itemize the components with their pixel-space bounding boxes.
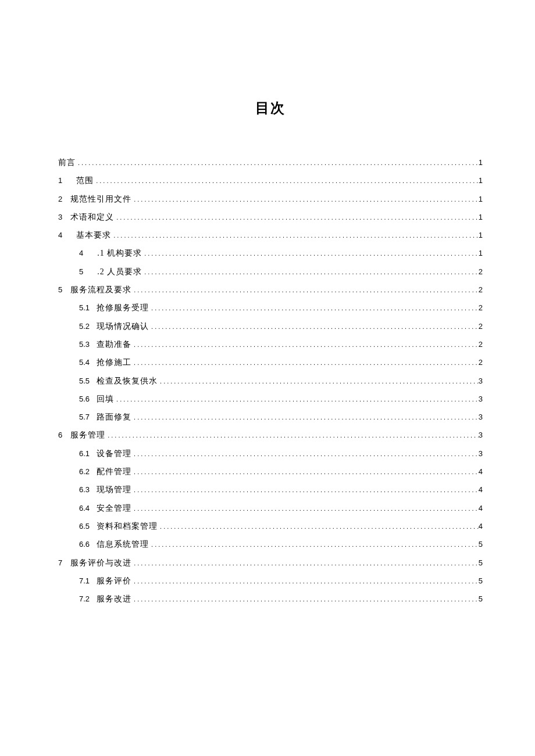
toc-entry-label: .2 人员要求 bbox=[97, 266, 142, 278]
toc-leader-dots bbox=[114, 395, 479, 404]
toc-leader-dots bbox=[149, 540, 479, 550]
toc-entry-number: 5.2 bbox=[79, 321, 90, 332]
toc-leader-dots bbox=[131, 577, 479, 586]
toc-leader-dots bbox=[131, 559, 479, 568]
toc-entry-number: 5.4 bbox=[79, 357, 90, 368]
toc-entry-label: 路面修复 bbox=[97, 411, 131, 423]
toc-entry: 7.1服务评价5 bbox=[58, 575, 483, 587]
toc-entry-label: 检查及恢复供水 bbox=[97, 375, 158, 387]
toc-leader-dots bbox=[131, 504, 479, 514]
toc-entry-number: 6.4 bbox=[79, 503, 90, 514]
toc-entry-number: 6.3 bbox=[79, 485, 90, 496]
toc-entry-label: 现场管理 bbox=[97, 484, 131, 496]
toc-entry-page: 1 bbox=[479, 248, 483, 259]
toc-entry: 4.1 机构要求1 bbox=[58, 248, 483, 259]
toc-entry: 3术语和定义1 bbox=[58, 212, 483, 223]
toc-entry: 6.3现场管理4 bbox=[58, 484, 483, 496]
toc-leader-dots bbox=[111, 231, 479, 241]
toc-entry-number: 1 bbox=[58, 175, 62, 187]
toc-entry: 2规范性引用文件1 bbox=[58, 194, 483, 205]
toc-entry-page: 4 bbox=[479, 521, 483, 532]
toc-entry-page: 2 bbox=[479, 285, 483, 296]
toc-leader-dots bbox=[131, 195, 479, 205]
toc-entry-page: 2 bbox=[479, 357, 483, 368]
toc-entry-label: 安全管理 bbox=[97, 503, 131, 514]
toc-entry-page: 2 bbox=[479, 321, 483, 332]
toc-leader-dots bbox=[94, 177, 479, 186]
toc-entry-label: 配件管理 bbox=[97, 466, 131, 478]
toc-leader-dots bbox=[131, 468, 479, 477]
toc-entry-label: 信息系统管理 bbox=[97, 539, 149, 550]
toc-entry-number: 2 bbox=[58, 194, 62, 205]
toc-entry-label: 范围 bbox=[76, 175, 94, 187]
toc-entry-page: 1 bbox=[479, 230, 483, 241]
toc-entry-label: 服务评价与改进 bbox=[70, 557, 131, 569]
toc-entry-page: 1 bbox=[479, 157, 483, 169]
toc-entry-page: 3 bbox=[479, 394, 483, 405]
toc-entry-page: 2 bbox=[479, 339, 483, 350]
toc-leader-dots bbox=[142, 268, 479, 277]
toc-entry-number: 3 bbox=[58, 212, 62, 223]
toc-leader-dots bbox=[131, 286, 479, 295]
toc-leader-dots bbox=[114, 213, 479, 223]
toc-entry: 7.2服务改进5 bbox=[58, 593, 483, 605]
toc-leader-dots bbox=[131, 341, 479, 350]
toc-entry-page: 3 bbox=[479, 412, 483, 423]
toc-entry-label: 抢修施工 bbox=[97, 357, 131, 368]
toc-leader-dots bbox=[76, 159, 479, 168]
toc-entry-label: 查勘准备 bbox=[97, 339, 131, 350]
toc-entry: 5.3查勘准备2 bbox=[58, 339, 483, 350]
toc-entry-label: 设备管理 bbox=[97, 448, 131, 460]
toc-entry: 5.2 人员要求2 bbox=[58, 266, 483, 278]
toc-entry-label: 术语和定义 bbox=[70, 212, 114, 223]
toc-entry-number: 7 bbox=[58, 558, 62, 569]
toc-entry-number: 5 bbox=[58, 285, 62, 296]
toc-entry-page: 2 bbox=[479, 267, 483, 278]
toc-entry: 6.1设备管理3 bbox=[58, 448, 483, 460]
toc-entry-number: 5.3 bbox=[79, 339, 90, 350]
toc-entry: 6服务管理3 bbox=[58, 429, 483, 441]
toc-entry-page: 5 bbox=[479, 594, 483, 605]
toc-entry-page: 3 bbox=[479, 430, 483, 441]
toc-leader-dots bbox=[131, 450, 479, 459]
toc-entry-label: .1 机构要求 bbox=[97, 248, 142, 259]
toc-leader-dots bbox=[131, 413, 479, 422]
toc-entry: 7服务评价与改进5 bbox=[58, 557, 483, 569]
toc-entry-page: 3 bbox=[479, 449, 483, 460]
toc-leader-dots bbox=[158, 377, 479, 386]
toc-entry-label: 前言 bbox=[58, 157, 76, 169]
toc-leader-dots bbox=[131, 359, 479, 368]
toc-leader-dots bbox=[131, 595, 479, 604]
toc-entry-page: 2 bbox=[479, 303, 483, 314]
document-page: 目次 前言11范围12规范性引用文件13术语和定义14基本要求14.1 机构要求… bbox=[0, 0, 535, 756]
toc-entry-page: 5 bbox=[479, 576, 483, 587]
toc-leader-dots bbox=[149, 323, 479, 332]
toc-leader-dots bbox=[142, 249, 479, 259]
toc-entry: 前言1 bbox=[58, 157, 483, 169]
toc-entry-page: 1 bbox=[479, 194, 483, 205]
toc-entry-label: 服务流程及要求 bbox=[70, 284, 131, 296]
toc-entry: 5.7路面修复3 bbox=[58, 411, 483, 423]
toc-entry-number: 7.2 bbox=[79, 594, 90, 605]
toc-leader-dots bbox=[131, 486, 479, 495]
toc-list: 前言11范围12规范性引用文件13术语和定义14基本要求14.1 机构要求15.… bbox=[58, 157, 483, 605]
toc-entry-page: 5 bbox=[479, 539, 483, 550]
toc-entry-page: 5 bbox=[479, 558, 483, 569]
toc-entry-number: 5.7 bbox=[79, 412, 90, 423]
toc-entry: 4基本要求1 bbox=[58, 230, 483, 241]
toc-entry: 5.1抢修服务受理2 bbox=[58, 302, 483, 314]
toc-entry: 1范围1 bbox=[58, 175, 483, 187]
toc-entry-number: 5 bbox=[79, 267, 83, 278]
toc-entry-number: 6 bbox=[58, 430, 62, 441]
toc-entry-number: 6.5 bbox=[79, 521, 90, 532]
toc-entry-number: 4 bbox=[79, 248, 83, 259]
toc-entry: 6.6信息系统管理5 bbox=[58, 539, 483, 550]
toc-entry-label: 服务评价 bbox=[97, 575, 131, 587]
toc-entry-page: 4 bbox=[479, 467, 483, 478]
toc-entry-page: 1 bbox=[479, 212, 483, 223]
toc-entry-page: 4 bbox=[479, 485, 483, 496]
toc-entry: 5.6回填3 bbox=[58, 393, 483, 405]
toc-entry-number: 5.5 bbox=[79, 376, 90, 387]
toc-entry: 5.4抢修施工2 bbox=[58, 357, 483, 368]
toc-leader-dots bbox=[149, 304, 479, 313]
